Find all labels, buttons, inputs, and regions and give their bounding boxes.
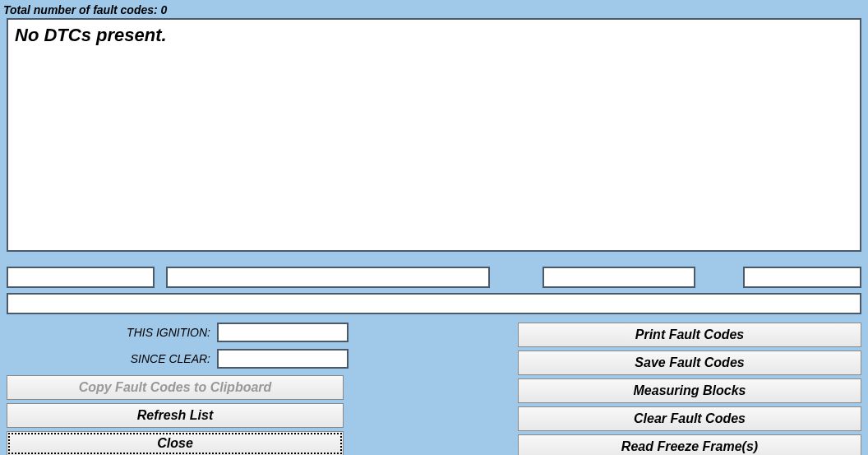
close-button[interactable]: Close — [7, 431, 344, 455]
print-fault-codes-button[interactable]: Print Fault Codes — [518, 323, 861, 347]
clear-fault-codes-button[interactable]: Clear Fault Codes — [518, 406, 861, 431]
dtc-panel: No DTCs present. — [7, 18, 861, 252]
top-input-3[interactable] — [542, 267, 695, 288]
long-input[interactable] — [7, 293, 861, 314]
top-input-1[interactable] — [7, 267, 155, 288]
this-ignition-input[interactable] — [217, 323, 349, 342]
since-clear-label: SINCE CLEAR: — [131, 352, 210, 365]
this-ignition-label: THIS IGNITION: — [127, 326, 210, 339]
measuring-blocks-button[interactable]: Measuring Blocks — [518, 378, 861, 403]
copy-fault-codes-button[interactable]: Copy Fault Codes to Clipboard — [7, 375, 344, 400]
top-input-row — [7, 267, 861, 288]
dtc-message: No DTCs present. — [15, 25, 853, 46]
refresh-list-button[interactable]: Refresh List — [7, 403, 344, 428]
top-input-2[interactable] — [166, 267, 490, 288]
fault-count-label: Total number of fault codes: 0 — [0, 0, 868, 18]
save-fault-codes-button[interactable]: Save Fault Codes — [518, 351, 861, 375]
read-freeze-frames-button[interactable]: Read Freeze Frame(s) — [518, 434, 861, 455]
top-input-4[interactable] — [743, 267, 861, 288]
since-clear-input[interactable] — [217, 349, 349, 369]
